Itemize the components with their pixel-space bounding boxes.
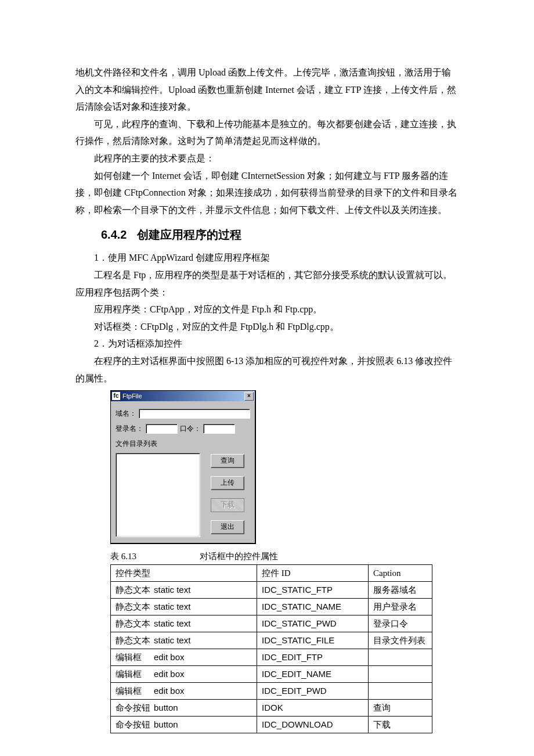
dialog-titlebar: fc FtpFile × (111, 391, 255, 401)
cell-type: 编辑框edit box (111, 649, 257, 666)
cell-id: IDC_EDIT_PWD (257, 683, 369, 700)
table-row: 编辑框edit boxIDC_EDIT_PWD (111, 683, 432, 700)
step-1-title: 1．使用 MFC AppWizard 创建应用程序框架 (75, 249, 459, 267)
paragraph-3: 此程序的主要的技术要点是： (75, 150, 459, 167)
cell-caption: 用户登录名 (369, 599, 432, 615)
table-row: 静态文本static textIDC_STATIC_NAME用户登录名 (111, 599, 432, 615)
cell-id: IDC_STATIC_NAME (257, 599, 369, 615)
cell-type: 命令按钮button (111, 717, 257, 733)
cell-id: IDC_STATIC_FILE (257, 632, 369, 649)
cell-caption (369, 683, 432, 700)
th-type: 控件类型 (111, 565, 257, 582)
paragraph-4: 如何创建一个 Internet 会话，即创建 CInternetSession … (75, 167, 459, 219)
step-1-desc: 工程名是 Ftp，应用程序的类型是基于对话框的，其它部分接受系统的默认设置就可以… (75, 267, 459, 301)
page: 地机文件路径和文件名，调用 Upload 函数上传文件。上传完毕，激活查询按钮，… (0, 0, 534, 756)
section-title: 创建应用程序的过程 (137, 228, 241, 241)
label-password: 口令： (180, 422, 201, 435)
cell-caption (369, 649, 432, 666)
dialog-title: FtpFile (122, 390, 244, 402)
table-row: 静态文本static textIDC_STATIC_PWD登录口令 (111, 615, 432, 632)
cell-caption: 查询 (369, 700, 432, 717)
row-filelist-label: 文件目录列表 (116, 437, 250, 450)
cell-id: IDC_EDIT_NAME (257, 666, 369, 683)
cell-type: 编辑框edit box (111, 683, 257, 700)
section-heading: 6.4.2创建应用程序的过程 (101, 224, 459, 246)
step-2-desc: 在程序的主对话框界面中按照图 6-13 添加相应的可视控件对象，并按照表 6.1… (75, 352, 459, 387)
ftpfile-dialog: fc FtpFile × 域名： 登录名： 口令： 文件目录列表 (110, 390, 256, 544)
step-1-class-dlg: 对话框类：CFtpDlg，对应的文件是 FtpDlg.h 和 FtpDlg.cp… (75, 318, 459, 336)
cell-id: IDC_DOWNLOAD (257, 717, 369, 733)
cell-type: 命令按钮button (111, 700, 257, 717)
cell-caption: 登录口令 (369, 615, 432, 632)
cell-type: 静态文本static text (111, 615, 257, 632)
label-login: 登录名： (116, 422, 143, 435)
table-row: 编辑框edit boxIDC_EDIT_NAME (111, 666, 432, 683)
table-number: 表 6.13 (110, 549, 197, 565)
cell-id: IDC_STATIC_FTP (257, 582, 369, 599)
th-id: 控件 ID (257, 565, 369, 582)
table-row: 静态文本static textIDC_STATIC_FTP服务器域名 (111, 582, 432, 599)
figure-dialog: fc FtpFile × 域名： 登录名： 口令： 文件目录列表 (110, 390, 459, 544)
section-number: 6.4.2 (101, 228, 127, 241)
input-login[interactable] (146, 424, 178, 434)
cell-id: IDOK (257, 700, 369, 717)
cell-type: 静态文本static text (111, 582, 257, 599)
cell-id: IDC_STATIC_PWD (257, 615, 369, 632)
button-column: 查询 上传 下载 退出 (211, 453, 244, 537)
paragraph-1: 地机文件路径和文件名，调用 Upload 函数上传文件。上传完毕，激活查询按钮，… (75, 64, 459, 116)
th-caption: Caption (369, 565, 432, 582)
upload-button[interactable]: 上传 (211, 476, 244, 490)
paragraph-2: 可见，此程序的查询、下载和上传功能基本是独立的。每次都要创建会话，建立连接，执行… (75, 116, 459, 150)
table-header-row: 控件类型 控件 ID Caption (111, 565, 432, 582)
cell-type: 静态文本static text (111, 632, 257, 649)
table-row: 命令按钮buttonIDOK查询 (111, 700, 432, 717)
query-button[interactable]: 查询 (211, 454, 244, 468)
table-title: 对话框中的控件属性 (200, 552, 278, 561)
step-2-title: 2．为对话框添加控件 (75, 335, 459, 352)
label-filelist: 文件目录列表 (116, 437, 157, 450)
table-caption: 表 6.13 对话框中的控件属性 (110, 549, 459, 565)
exit-button[interactable]: 退出 (211, 520, 244, 534)
step-1-class-app: 应用程序类：CFtpApp，对应的文件是 Ftp.h 和 Ftp.cpp。 (75, 301, 459, 318)
table-row: 命令按钮buttonIDC_DOWNLOAD下载 (111, 717, 432, 733)
cell-caption (369, 666, 432, 683)
download-button[interactable]: 下载 (211, 498, 244, 512)
row-domain: 域名： (116, 407, 250, 420)
close-icon[interactable]: × (244, 392, 254, 401)
lower-area: 查询 上传 下载 退出 (116, 453, 250, 537)
dialog-body: 域名： 登录名： 口令： 文件目录列表 查询 上传 (111, 401, 255, 543)
input-domain[interactable] (139, 409, 250, 419)
cell-type: 编辑框edit box (111, 666, 257, 683)
cell-id: IDC_EDIT_FTP (257, 649, 369, 666)
controls-table: 控件类型 控件 ID Caption 静态文本static textIDC_ST… (110, 564, 432, 733)
table-row: 静态文本static textIDC_STATIC_FILE目录文件列表 (111, 632, 432, 649)
cell-caption: 下载 (369, 717, 432, 733)
row-login: 登录名： 口令： (116, 422, 250, 435)
cell-type: 静态文本static text (111, 599, 257, 615)
table-row: 编辑框edit boxIDC_EDIT_FTP (111, 649, 432, 666)
input-password[interactable] (203, 424, 235, 434)
app-icon: fc (112, 392, 120, 400)
label-domain: 域名： (116, 407, 136, 420)
file-listbox[interactable] (116, 453, 200, 537)
cell-caption: 目录文件列表 (369, 632, 432, 649)
cell-caption: 服务器域名 (369, 582, 432, 599)
